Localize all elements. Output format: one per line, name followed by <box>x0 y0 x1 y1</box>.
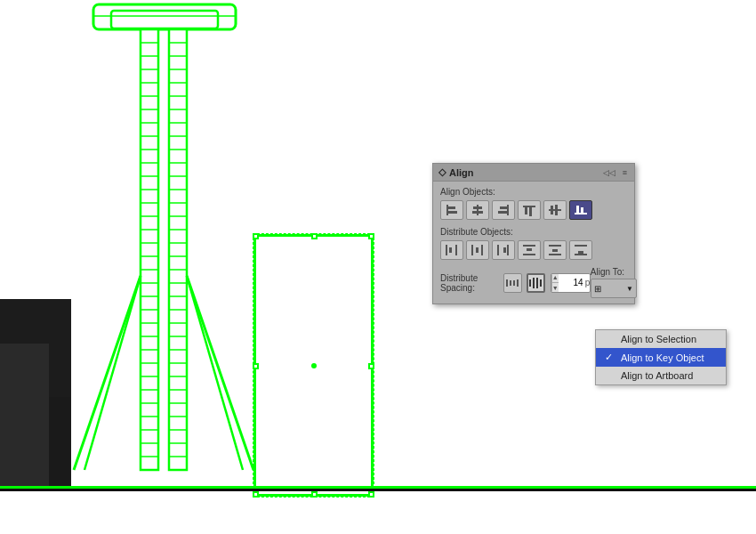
svg-rect-78 <box>472 211 483 214</box>
selection-handle-bm[interactable] <box>311 491 318 498</box>
align-left-btn[interactable] <box>440 200 463 220</box>
distribute-objects-label: Distribute Objects: <box>440 227 627 237</box>
menu-item-label-selection: Align to Selection <box>621 334 696 344</box>
align-objects-label: Align Objects: <box>440 187 627 197</box>
svg-rect-73 <box>446 205 448 215</box>
panel-collapse-btn[interactable]: ◁◁ <box>601 168 617 177</box>
svg-rect-75 <box>448 211 457 214</box>
menu-item-align-artboard[interactable]: Align to Artboard <box>596 367 726 384</box>
check-selection <box>605 334 615 344</box>
svg-rect-114 <box>540 279 542 287</box>
svg-rect-82 <box>523 206 535 207</box>
align-center-h-btn[interactable] <box>466 200 489 220</box>
svg-rect-111 <box>510 280 511 286</box>
svg-rect-108 <box>578 251 583 254</box>
panel-title-text: Align <box>449 167 474 178</box>
panel-titlebar: ◇ Align ◁◁ ≡ <box>433 164 634 182</box>
svg-rect-94 <box>471 245 473 255</box>
dist-bottom-btn[interactable] <box>569 240 592 260</box>
svg-rect-109 <box>506 279 508 287</box>
selection-handle-mr[interactable] <box>368 363 374 369</box>
svg-rect-76 <box>477 205 479 215</box>
svg-rect-102 <box>527 248 532 251</box>
svg-rect-105 <box>552 249 558 252</box>
svg-rect-96 <box>476 247 479 253</box>
panel-body: Align Objects: <box>433 182 634 303</box>
center-dot <box>311 363 317 368</box>
selection-handle-br[interactable] <box>368 491 374 498</box>
align-to-section: Align To: ⊞ ▼ <box>591 267 637 298</box>
distribute-objects-row <box>440 240 627 260</box>
dist-left-btn[interactable] <box>440 240 463 260</box>
dist-top-btn[interactable] <box>518 240 541 260</box>
dist-center-v-btn[interactable] <box>543 240 567 260</box>
building-2 <box>0 344 49 486</box>
svg-rect-99 <box>503 247 506 253</box>
align-to-dropdown[interactable]: ⊞ ▼ <box>591 279 637 298</box>
menu-item-label-artboard: Align to Artboard <box>621 370 693 381</box>
dist-center-h-btn[interactable] <box>466 240 489 260</box>
px-spinners[interactable]: ▲ ▼ <box>551 273 559 293</box>
svg-line-71 <box>187 276 253 470</box>
selection-handle-ml[interactable] <box>253 363 259 369</box>
door-object[interactable] <box>253 234 374 497</box>
align-top-btn[interactable] <box>518 200 541 220</box>
selection-handle-tr[interactable] <box>368 233 374 239</box>
distribute-spacing-label: Distribute Spacing: <box>440 273 498 293</box>
svg-rect-106 <box>575 245 587 247</box>
align-to-menu: Align to Selection ✓ Align to Key Object… <box>595 329 727 385</box>
svg-rect-89 <box>576 206 579 213</box>
align-objects-row <box>440 200 627 220</box>
dist-right-btn[interactable] <box>492 240 515 260</box>
svg-rect-84 <box>529 207 532 216</box>
svg-rect-116 <box>536 278 538 288</box>
panel-title-icon: ◇ <box>438 166 446 178</box>
selection-handle-bl[interactable] <box>253 491 259 498</box>
align-bottom-btn[interactable] <box>569 200 592 220</box>
svg-rect-112 <box>513 280 515 286</box>
svg-rect-104 <box>549 254 561 255</box>
svg-rect-88 <box>575 213 587 214</box>
px-spin-down[interactable]: ▼ <box>552 283 559 293</box>
dist-spacing-active-btn[interactable] <box>527 273 545 293</box>
svg-rect-107 <box>575 254 587 255</box>
svg-rect-97 <box>497 245 499 255</box>
svg-line-69 <box>74 276 141 470</box>
ground-line <box>0 486 756 491</box>
panel-title: ◇ Align <box>438 166 474 178</box>
svg-rect-81 <box>498 211 507 214</box>
svg-rect-77 <box>473 206 482 209</box>
selection-handle-tl[interactable] <box>253 233 259 239</box>
space-needle <box>67 0 262 498</box>
svg-rect-90 <box>581 207 583 213</box>
align-panel: ◇ Align ◁◁ ≡ Align Objects: <box>432 163 635 304</box>
svg-rect-101 <box>523 254 535 255</box>
distribute-spacing-left: Distribute Spacing: ▲ ▼ px <box>440 273 591 293</box>
selection-handle-tm[interactable] <box>311 233 318 239</box>
align-center-v-btn[interactable] <box>543 200 567 220</box>
chevron-down-icon: ▼ <box>626 285 633 293</box>
align-right-btn[interactable] <box>492 200 515 220</box>
svg-rect-83 <box>525 207 527 214</box>
menu-item-label-key: Align to Key Object <box>621 352 704 363</box>
svg-rect-103 <box>549 245 561 247</box>
px-spin-up[interactable]: ▲ <box>552 273 559 284</box>
align-to-label: Align To: <box>591 267 637 277</box>
svg-rect-79 <box>507 205 509 215</box>
dist-spacing-h-btn[interactable] <box>503 273 522 293</box>
svg-rect-93 <box>449 247 452 253</box>
svg-rect-87 <box>555 205 558 215</box>
svg-rect-92 <box>455 245 457 255</box>
align-to-icon: ⊞ <box>594 284 601 294</box>
panel-menu-btn[interactable]: ≡ <box>621 168 629 177</box>
px-input[interactable] <box>559 276 585 289</box>
menu-item-align-selection[interactable]: Align to Selection <box>596 330 726 348</box>
svg-rect-95 <box>481 245 483 255</box>
menu-item-align-key[interactable]: ✓ Align to Key Object <box>596 348 726 367</box>
svg-rect-74 <box>448 206 455 209</box>
svg-rect-91 <box>446 245 447 255</box>
svg-rect-1 <box>111 11 218 28</box>
check-artboard <box>605 370 615 381</box>
svg-rect-110 <box>517 279 519 287</box>
svg-rect-115 <box>533 278 535 288</box>
